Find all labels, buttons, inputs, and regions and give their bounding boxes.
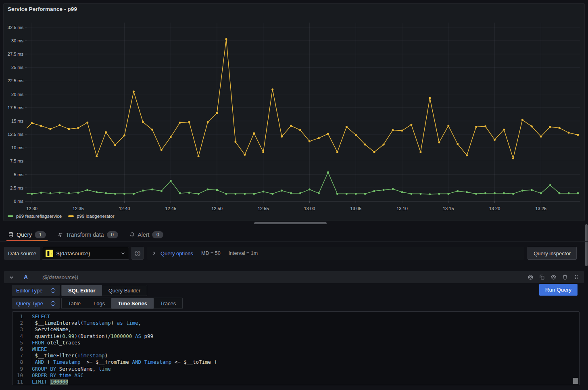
svg-text:13:25: 13:25 <box>535 206 546 211</box>
chevron-down-icon <box>121 251 125 256</box>
code-text: quantile(0.99)(Duration)/1000000 AS p99 <box>32 333 153 340</box>
info-icon[interactable] <box>50 288 56 293</box>
tab-count-badge: 1 <box>35 231 46 238</box>
editor-type-label: Editor Type <box>12 285 60 296</box>
sql-code-lines: 1SELECT2 $__timeInterval(Timestamp) as t… <box>13 312 579 385</box>
code-text: SELECT <box>32 313 50 320</box>
editor-scrollbar-thumb[interactable] <box>573 378 578 384</box>
code-text: $__timeFilter(Timestamp) <box>32 352 108 359</box>
transform-icon <box>57 232 63 238</box>
svg-text:12:40: 12:40 <box>119 206 130 211</box>
series-p99-loadgenerator <box>22 38 579 159</box>
code-line: 11LIMIT 100000 <box>13 379 579 385</box>
series-p99-featureflagservice <box>22 171 579 195</box>
tab-query[interactable]: Query1 <box>7 228 47 241</box>
collapse-chevron-icon[interactable] <box>9 275 14 280</box>
editor-type-label-text: Editor Type <box>16 288 43 294</box>
query-editor-card: A (${datasource}) Editor Type SQL Editor… <box>4 271 584 385</box>
svg-text:7.5 ms: 7.5 ms <box>10 159 24 163</box>
tab-count-badge: 0 <box>152 231 163 238</box>
query-type-switcher: TableLogsTime SeriesTraces <box>61 298 183 309</box>
drag-handle-icon[interactable] <box>573 274 579 280</box>
legend-item-p99-featureflagservice[interactable]: p99 featureflagservice <box>8 214 62 219</box>
remove-query-icon[interactable] <box>562 274 568 280</box>
editor-type-query-builder[interactable]: Query Builder <box>102 285 147 296</box>
code-text: AND ( Timestamp >= $__fromTime AND Times… <box>32 359 217 365</box>
code-line: 9GROUP BY ServiceName, time <box>13 366 579 372</box>
code-line: 5FROM otel_traces <box>13 340 579 346</box>
datasource-picker[interactable]: ${datasource} <box>42 247 129 260</box>
tab-alert[interactable]: Alert0 <box>129 228 165 241</box>
editor-type-sql-editor[interactable]: SQL Editor <box>62 285 102 296</box>
code-text: ServiceName, <box>32 326 71 333</box>
code-text: FROM otel_traces <box>32 340 80 346</box>
code-line: 6WHERE <box>13 346 579 352</box>
code-line: 7 $__timeFilter(Timestamp) <box>13 352 579 359</box>
svg-text:17.5 ms: 17.5 ms <box>8 105 24 110</box>
datasource-row: Data source ${datasource} ? Query option… <box>4 247 577 260</box>
legend-item-p99-loadgenerator[interactable]: p99 loadgenerator <box>68 214 114 219</box>
query-type-label-text: Query Type <box>16 300 43 307</box>
query-type-logs[interactable]: Logs <box>87 298 111 309</box>
code-line: 10ORDER BY time ASC <box>13 372 579 379</box>
line-number: 1 <box>13 313 32 320</box>
svg-text:12:45: 12:45 <box>165 206 176 211</box>
tab-divider <box>0 241 588 242</box>
svg-text:12:50: 12:50 <box>211 206 223 211</box>
line-number: 8 <box>13 359 32 365</box>
svg-text:27.5 ms: 27.5 ms <box>8 52 24 56</box>
svg-text:2.5 ms: 2.5 ms <box>10 186 24 190</box>
svg-text:12:55: 12:55 <box>258 206 269 211</box>
svg-text:20 ms: 20 ms <box>11 92 23 97</box>
svg-text:13:15: 13:15 <box>443 206 454 211</box>
query-row-header[interactable]: A (${datasource}) <box>4 271 584 283</box>
query-type-time-series[interactable]: Time Series <box>111 298 154 309</box>
disable-query-icon[interactable] <box>528 274 534 280</box>
tab-transform-data[interactable]: Transform data0 <box>56 228 119 241</box>
bell-icon <box>129 232 135 238</box>
timeseries-panel: Service Performance - p99 0 ms2.5 ms5 ms… <box>3 3 585 221</box>
query-options-interval: Interval = 1m <box>229 250 258 256</box>
query-options-bar[interactable]: Query options MD = 50 Interval = 1m <box>147 247 524 260</box>
svg-text:10 ms: 10 ms <box>11 145 23 150</box>
chevron-right-icon <box>152 251 156 256</box>
line-number: 4 <box>13 333 32 340</box>
code-text: ORDER BY time ASC <box>32 372 83 379</box>
code-line: 8 AND ( Timestamp >= $__fromTime AND Tim… <box>13 359 579 365</box>
tab-count-badge: 0 <box>107 231 118 238</box>
svg-text:12:30: 12:30 <box>26 206 38 211</box>
svg-text:13:10: 13:10 <box>396 206 408 211</box>
tab-label: Transform data <box>66 231 104 238</box>
query-header-actions <box>528 274 579 280</box>
legend-series-dash-icon <box>8 215 13 217</box>
timeseries-chart[interactable]: 0 ms2.5 ms5 ms7.5 ms10 ms12.5 ms15 ms17.… <box>4 4 584 221</box>
query-inspector-button[interactable]: Query inspector <box>528 247 577 260</box>
legend-series-dash-icon <box>68 215 74 217</box>
code-text: WHERE <box>32 346 47 352</box>
sql-code-editor[interactable]: 1SELECT2 $__timeInterval(Timestamp) as t… <box>12 311 580 385</box>
svg-text:13:05: 13:05 <box>350 206 361 211</box>
info-icon[interactable] <box>50 301 56 306</box>
svg-text:30 ms: 30 ms <box>11 38 23 43</box>
svg-text:0 ms: 0 ms <box>14 199 23 204</box>
svg-text:13:00: 13:00 <box>304 206 315 211</box>
datasource-value: ${datasource} <box>56 250 90 257</box>
query-options-toggle[interactable]: Query options <box>161 250 193 257</box>
hide-response-icon[interactable] <box>550 274 557 280</box>
editor-tabs: Query1Transform data0Alert0 <box>3 228 164 241</box>
editor-type-switcher: SQL EditorQuery Builder <box>61 285 147 296</box>
query-type-traces[interactable]: Traces <box>154 298 182 309</box>
query-ref-name: A <box>24 274 28 280</box>
run-query-button[interactable]: Run Query <box>539 284 578 296</box>
panel-horizontal-scrollbar[interactable] <box>254 222 327 224</box>
legend-series-label: p99 featureflagservice <box>16 214 62 219</box>
duplicate-query-icon[interactable] <box>539 274 545 280</box>
line-number: 10 <box>13 372 32 379</box>
code-line: 2 $__timeInterval(Timestamp) as time, <box>13 320 579 326</box>
grafana-panel-edit-view: Service Performance - p99 0 ms2.5 ms5 ms… <box>0 0 588 390</box>
page-vertical-scrollbar[interactable] <box>585 224 588 266</box>
datasource-help-button[interactable]: ? <box>131 247 144 260</box>
code-line: 1SELECT <box>13 313 579 320</box>
query-type-table[interactable]: Table <box>62 298 87 309</box>
line-number: 3 <box>13 326 32 333</box>
